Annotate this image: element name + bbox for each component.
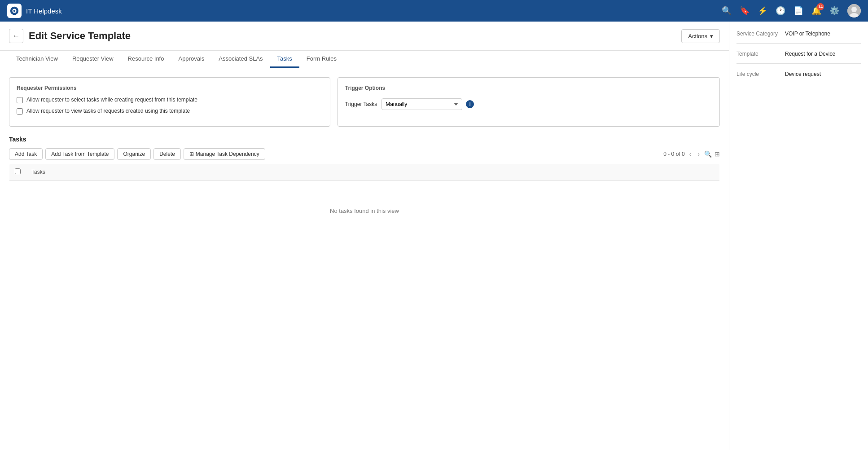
template-key: Template xyxy=(736,51,781,57)
app-title: IT Helpdesk xyxy=(26,7,62,15)
nav-right: 🔍 🔖 ⚡ 🕐 📄 🔔 14 ⚙️ xyxy=(722,4,861,18)
page-header-left: ← Edit Service Template xyxy=(9,29,131,43)
life-cycle-value: Device request xyxy=(785,71,821,77)
add-task-button[interactable]: Add Task xyxy=(9,148,43,160)
tab-form-rules[interactable]: Form Rules xyxy=(299,51,344,68)
main-layout: ← Edit Service Template Actions ▾ Techni… xyxy=(0,22,868,450)
search-icon[interactable]: 🔍 xyxy=(722,6,732,16)
avatar[interactable] xyxy=(847,4,861,18)
sidebar-service-category-row: Service Category VOIP or Telephone xyxy=(736,31,861,37)
right-sidebar: Service Category VOIP or Telephone Templ… xyxy=(729,22,868,450)
tab-tasks[interactable]: Tasks xyxy=(270,51,299,68)
tasks-table-body: No tasks found in this view xyxy=(9,181,720,242)
trigger-info-icon[interactable]: i xyxy=(466,100,474,108)
table-header-checkbox xyxy=(9,164,26,181)
tab-requester-view[interactable]: Requester View xyxy=(65,51,121,68)
page-header: ← Edit Service Template Actions ▾ xyxy=(0,22,729,51)
tabs-bar: Technician View Requester View Resource … xyxy=(0,51,729,68)
tasks-section: Tasks Add Task Add Task from Template Or… xyxy=(9,136,720,242)
actions-button[interactable]: Actions ▾ xyxy=(681,29,720,43)
actions-chevron-icon: ▾ xyxy=(710,33,713,40)
pagination-text: 0 - 0 of 0 xyxy=(663,151,684,157)
checkbox-view-tasks[interactable] xyxy=(17,108,23,115)
pagination-next-button[interactable]: › xyxy=(696,150,701,159)
sidebar-divider-1 xyxy=(736,43,861,44)
empty-state-row: No tasks found in this view xyxy=(9,181,720,242)
table-header-row: Tasks xyxy=(9,164,720,181)
organize-button[interactable]: Organize xyxy=(117,148,151,160)
search-tasks-icon[interactable]: 🔍 xyxy=(704,150,712,158)
page-title: Edit Service Template xyxy=(29,30,131,42)
select-all-checkbox[interactable] xyxy=(15,168,21,174)
settings-icon[interactable]: ⚙️ xyxy=(829,6,839,16)
pagination-prev-button[interactable]: ‹ xyxy=(688,150,693,159)
sections-row: Requester Permissions Allow requester to… xyxy=(9,77,720,127)
top-navigation: IT Helpdesk 🔍 🔖 ⚡ 🕐 📄 🔔 14 ⚙️ xyxy=(0,0,868,22)
tab-approvals[interactable]: Approvals xyxy=(171,51,211,68)
template-value: Request for a Device xyxy=(785,51,835,57)
trigger-options-box: Trigger Options Trigger Tasks Manually A… xyxy=(338,77,720,127)
checkbox-select-tasks-label: Allow requester to select tasks while cr… xyxy=(26,97,197,103)
tasks-toolbar: Add Task Add Task from Template Organize… xyxy=(9,148,720,160)
columns-icon[interactable]: ⊞ xyxy=(715,150,720,158)
service-category-key: Service Category xyxy=(736,31,781,37)
clock-icon[interactable]: 🕐 xyxy=(776,6,785,16)
empty-state-message: No tasks found in this view xyxy=(9,181,720,242)
checkbox-row-2: Allow requester to view tasks of request… xyxy=(17,108,323,115)
requester-permissions-legend: Requester Permissions xyxy=(17,85,323,91)
document-icon[interactable]: 📄 xyxy=(793,6,803,16)
tasks-section-title: Tasks xyxy=(9,136,720,143)
checkbox-view-tasks-label: Allow requester to view tasks of request… xyxy=(26,108,190,114)
add-task-from-template-button[interactable]: Add Task from Template xyxy=(45,148,114,160)
back-button[interactable]: ← xyxy=(9,29,23,43)
trigger-row: Trigger Tasks Manually Automatically i xyxy=(345,98,712,110)
lightning-icon[interactable]: ⚡ xyxy=(758,6,767,16)
actions-label: Actions xyxy=(688,33,707,40)
tab-resource-info[interactable]: Resource Info xyxy=(121,51,171,68)
trigger-legend: Trigger Options xyxy=(345,85,712,91)
bell-icon[interactable]: 🔔 14 xyxy=(811,6,821,16)
table-header-tasks: Tasks xyxy=(26,164,720,181)
service-category-value: VOIP or Telephone xyxy=(785,31,830,37)
checkbox-row-1: Allow requester to select tasks while cr… xyxy=(17,97,323,103)
bookmark-icon[interactable]: 🔖 xyxy=(740,6,750,16)
svg-point-2 xyxy=(13,10,16,12)
sidebar-template-row: Template Request for a Device xyxy=(736,51,861,57)
trigger-select-wrap: Manually Automatically i xyxy=(381,98,474,110)
trigger-tasks-select[interactable]: Manually Automatically xyxy=(381,98,462,110)
tab-technician-view[interactable]: Technician View xyxy=(9,51,65,68)
notification-badge: 14 xyxy=(817,3,824,10)
sidebar-divider-2 xyxy=(736,63,861,64)
tab-associated-slas[interactable]: Associated SLAs xyxy=(211,51,270,68)
dependency-label: Manage Task Dependency xyxy=(196,151,259,157)
life-cycle-key: Life cycle xyxy=(736,71,781,77)
trigger-tasks-label: Trigger Tasks xyxy=(345,101,377,107)
tasks-table: Tasks No tasks found in this view xyxy=(9,163,720,242)
content-area: ← Edit Service Template Actions ▾ Techni… xyxy=(0,22,729,450)
manage-task-dependency-button[interactable]: ⊞ Manage Task Dependency xyxy=(184,148,265,160)
requester-permissions-box: Requester Permissions Allow requester to… xyxy=(9,77,330,127)
dependency-icon: ⊞ xyxy=(189,151,194,157)
pagination-info: 0 - 0 of 0 ‹ › 🔍 ⊞ xyxy=(663,150,720,159)
nav-left: IT Helpdesk xyxy=(7,4,62,18)
svg-point-4 xyxy=(851,7,857,12)
delete-button[interactable]: Delete xyxy=(153,148,181,160)
tab-content-tasks: Requester Permissions Allow requester to… xyxy=(0,68,729,450)
checkbox-select-tasks[interactable] xyxy=(17,97,23,103)
app-logo xyxy=(7,4,22,18)
sidebar-lifecycle-row: Life cycle Device request xyxy=(736,71,861,77)
